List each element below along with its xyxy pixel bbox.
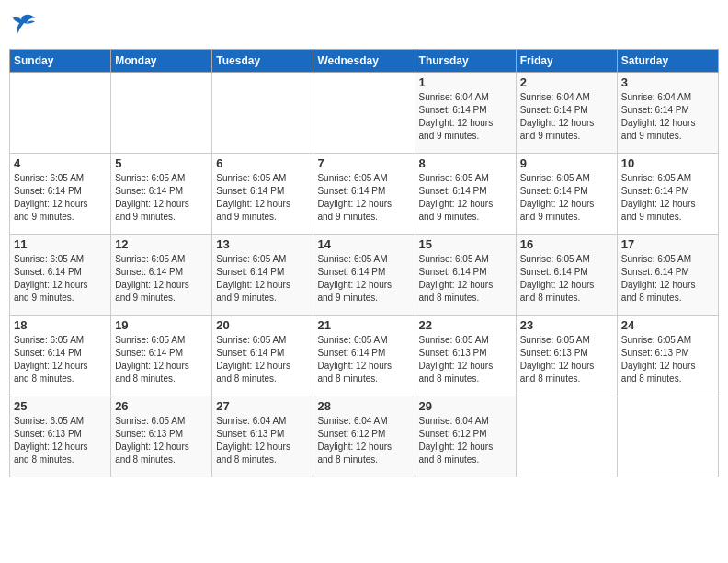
calendar-cell: 4Sunrise: 6:05 AM Sunset: 6:14 PM Daylig…: [10, 154, 111, 235]
day-header-wednesday: Wednesday: [313, 50, 415, 73]
calendar-week-row: 11Sunrise: 6:05 AM Sunset: 6:14 PM Dayli…: [10, 235, 719, 316]
calendar-cell: 21Sunrise: 6:05 AM Sunset: 6:14 PM Dayli…: [313, 316, 415, 396]
day-number: 9: [520, 156, 613, 170]
day-info: Sunrise: 6:05 AM Sunset: 6:13 PM Dayligh…: [14, 415, 107, 466]
calendar-cell: 19Sunrise: 6:05 AM Sunset: 6:14 PM Dayli…: [111, 316, 212, 396]
day-info: Sunrise: 6:05 AM Sunset: 6:14 PM Dayligh…: [14, 253, 107, 304]
calendar-cell: 17Sunrise: 6:05 AM Sunset: 6:14 PM Dayli…: [617, 235, 718, 316]
day-info: Sunrise: 6:04 AM Sunset: 6:14 PM Dayligh…: [520, 91, 613, 143]
day-number: 18: [14, 318, 107, 332]
calendar-cell: 12Sunrise: 6:05 AM Sunset: 6:14 PM Dayli…: [111, 235, 212, 316]
calendar-cell: 3Sunrise: 6:04 AM Sunset: 6:14 PM Daylig…: [617, 73, 718, 154]
day-info: Sunrise: 6:05 AM Sunset: 6:14 PM Dayligh…: [621, 253, 714, 304]
day-number: 11: [14, 237, 107, 251]
day-number: 14: [317, 237, 410, 251]
calendar-cell: 13Sunrise: 6:05 AM Sunset: 6:14 PM Dayli…: [212, 235, 313, 316]
calendar-cell: 9Sunrise: 6:05 AM Sunset: 6:14 PM Daylig…: [516, 154, 617, 235]
day-info: Sunrise: 6:05 AM Sunset: 6:14 PM Dayligh…: [14, 172, 107, 224]
calendar-header-row: SundayMondayTuesdayWednesdayThursdayFrid…: [10, 50, 719, 73]
day-number: 22: [419, 318, 512, 332]
day-number: 7: [317, 156, 410, 170]
day-info: Sunrise: 6:05 AM Sunset: 6:14 PM Dayligh…: [216, 253, 309, 304]
calendar-cell: 10Sunrise: 6:05 AM Sunset: 6:14 PM Dayli…: [617, 154, 718, 235]
day-number: 10: [621, 156, 714, 170]
day-info: Sunrise: 6:04 AM Sunset: 6:14 PM Dayligh…: [621, 91, 714, 143]
calendar-cell: 11Sunrise: 6:05 AM Sunset: 6:14 PM Dayli…: [10, 235, 111, 316]
calendar-cell: 22Sunrise: 6:05 AM Sunset: 6:13 PM Dayli…: [415, 316, 516, 396]
day-number: 29: [419, 399, 512, 413]
day-number: 23: [520, 318, 613, 332]
day-number: 17: [621, 237, 714, 251]
calendar-week-row: 4Sunrise: 6:05 AM Sunset: 6:14 PM Daylig…: [10, 154, 719, 235]
calendar-cell: [313, 73, 415, 154]
day-info: Sunrise: 6:05 AM Sunset: 6:14 PM Dayligh…: [14, 334, 107, 385]
day-info: Sunrise: 6:05 AM Sunset: 6:14 PM Dayligh…: [317, 253, 410, 304]
header: [9, 9, 719, 41]
day-info: Sunrise: 6:04 AM Sunset: 6:14 PM Dayligh…: [419, 91, 512, 143]
day-number: 12: [115, 237, 208, 251]
day-number: 8: [419, 156, 512, 170]
calendar-cell: [516, 396, 617, 477]
day-info: Sunrise: 6:05 AM Sunset: 6:14 PM Dayligh…: [520, 172, 613, 224]
calendar-cell: 8Sunrise: 6:05 AM Sunset: 6:14 PM Daylig…: [415, 154, 516, 235]
calendar-cell: 2Sunrise: 6:04 AM Sunset: 6:14 PM Daylig…: [516, 73, 617, 154]
logo-bird-icon: [11, 11, 37, 37]
day-number: 15: [419, 237, 512, 251]
day-header-sunday: Sunday: [10, 50, 111, 73]
day-number: 5: [115, 156, 208, 170]
day-number: 16: [520, 237, 613, 251]
calendar-cell: [617, 396, 718, 477]
calendar-cell: 14Sunrise: 6:05 AM Sunset: 6:14 PM Dayli…: [313, 235, 415, 316]
day-number: 27: [216, 399, 309, 413]
day-info: Sunrise: 6:05 AM Sunset: 6:14 PM Dayligh…: [317, 172, 410, 224]
day-number: 26: [115, 399, 208, 413]
day-info: Sunrise: 6:05 AM Sunset: 6:14 PM Dayligh…: [520, 253, 613, 304]
calendar-cell: 28Sunrise: 6:04 AM Sunset: 6:12 PM Dayli…: [313, 396, 415, 477]
day-info: Sunrise: 6:05 AM Sunset: 6:13 PM Dayligh…: [520, 334, 613, 385]
day-number: 4: [14, 156, 107, 170]
day-number: 1: [419, 75, 512, 89]
day-number: 3: [621, 75, 714, 89]
day-header-saturday: Saturday: [617, 50, 718, 73]
day-info: Sunrise: 6:05 AM Sunset: 6:13 PM Dayligh…: [115, 415, 208, 466]
day-header-thursday: Thursday: [415, 50, 516, 73]
calendar-cell: 24Sunrise: 6:05 AM Sunset: 6:13 PM Dayli…: [617, 316, 718, 396]
day-info: Sunrise: 6:05 AM Sunset: 6:14 PM Dayligh…: [115, 253, 208, 304]
day-number: 6: [216, 156, 309, 170]
day-header-tuesday: Tuesday: [212, 50, 313, 73]
day-info: Sunrise: 6:05 AM Sunset: 6:14 PM Dayligh…: [621, 172, 714, 224]
day-number: 19: [115, 318, 208, 332]
calendar-cell: 16Sunrise: 6:05 AM Sunset: 6:14 PM Dayli…: [516, 235, 617, 316]
day-info: Sunrise: 6:05 AM Sunset: 6:14 PM Dayligh…: [419, 253, 512, 304]
day-info: Sunrise: 6:04 AM Sunset: 6:13 PM Dayligh…: [216, 415, 309, 466]
day-info: Sunrise: 6:05 AM Sunset: 6:14 PM Dayligh…: [115, 334, 208, 385]
calendar-week-row: 25Sunrise: 6:05 AM Sunset: 6:13 PM Dayli…: [10, 396, 719, 477]
day-info: Sunrise: 6:05 AM Sunset: 6:14 PM Dayligh…: [419, 172, 512, 224]
calendar-cell: 7Sunrise: 6:05 AM Sunset: 6:14 PM Daylig…: [313, 154, 415, 235]
day-header-friday: Friday: [516, 50, 617, 73]
day-info: Sunrise: 6:05 AM Sunset: 6:13 PM Dayligh…: [621, 334, 714, 385]
day-info: Sunrise: 6:05 AM Sunset: 6:14 PM Dayligh…: [216, 334, 309, 385]
calendar-cell: 1Sunrise: 6:04 AM Sunset: 6:14 PM Daylig…: [415, 73, 516, 154]
calendar-table: SundayMondayTuesdayWednesdayThursdayFrid…: [9, 49, 719, 477]
calendar-cell: 27Sunrise: 6:04 AM Sunset: 6:13 PM Dayli…: [212, 396, 313, 477]
day-info: Sunrise: 6:04 AM Sunset: 6:12 PM Dayligh…: [419, 415, 512, 466]
day-number: 24: [621, 318, 714, 332]
calendar-cell: 23Sunrise: 6:05 AM Sunset: 6:13 PM Dayli…: [516, 316, 617, 396]
calendar-cell: 18Sunrise: 6:05 AM Sunset: 6:14 PM Dayli…: [10, 316, 111, 396]
day-number: 20: [216, 318, 309, 332]
day-info: Sunrise: 6:04 AM Sunset: 6:12 PM Dayligh…: [317, 415, 410, 466]
calendar-cell: 26Sunrise: 6:05 AM Sunset: 6:13 PM Dayli…: [111, 396, 212, 477]
logo: [9, 15, 37, 41]
calendar-cell: 29Sunrise: 6:04 AM Sunset: 6:12 PM Dayli…: [415, 396, 516, 477]
calendar-body: 1Sunrise: 6:04 AM Sunset: 6:14 PM Daylig…: [10, 73, 719, 477]
calendar-cell: [111, 73, 212, 154]
day-number: 21: [317, 318, 410, 332]
calendar-cell: [212, 73, 313, 154]
day-number: 28: [317, 399, 410, 413]
day-header-monday: Monday: [111, 50, 212, 73]
calendar-week-row: 18Sunrise: 6:05 AM Sunset: 6:14 PM Dayli…: [10, 316, 719, 396]
day-info: Sunrise: 6:05 AM Sunset: 6:14 PM Dayligh…: [317, 334, 410, 385]
day-info: Sunrise: 6:05 AM Sunset: 6:14 PM Dayligh…: [216, 172, 309, 224]
day-info: Sunrise: 6:05 AM Sunset: 6:14 PM Dayligh…: [115, 172, 208, 224]
